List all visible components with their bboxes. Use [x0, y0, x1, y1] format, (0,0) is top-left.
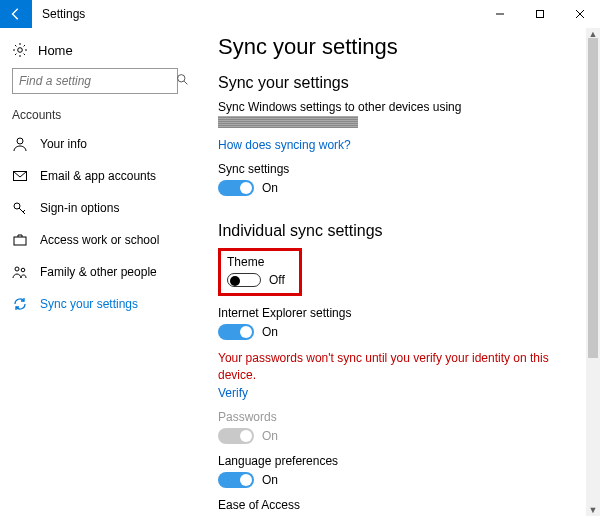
svg-point-2 — [18, 48, 23, 53]
close-button[interactable] — [560, 0, 600, 28]
key-icon — [12, 200, 28, 216]
scrollbar[interactable]: ▲ ▼ — [586, 28, 600, 516]
svg-rect-1 — [537, 11, 544, 18]
toggle-state: On — [262, 325, 278, 339]
password-warning: Your passwords won't sync until you veri… — [218, 350, 580, 384]
minimize-button[interactable] — [480, 0, 520, 28]
mail-icon — [12, 168, 28, 184]
window-title: Settings — [42, 7, 85, 21]
sidebar-item-signin[interactable]: Sign-in options — [0, 192, 190, 224]
main-content: Sync your settings Sync your settings Sy… — [190, 28, 600, 516]
sidebar-item-sync[interactable]: Sync your settings — [0, 288, 190, 320]
toggle-state: On — [262, 429, 278, 443]
setting-label: Sync settings — [218, 162, 580, 176]
setting-label: Internet Explorer settings — [218, 306, 580, 320]
setting-label: Language preferences — [218, 454, 580, 468]
svg-line-4 — [184, 81, 187, 84]
setting-ie: Internet Explorer settings On — [218, 306, 580, 340]
gear-icon — [12, 42, 28, 58]
svg-point-3 — [178, 75, 185, 82]
highlight-theme: Theme Off — [218, 248, 302, 296]
setting-label: Theme — [227, 255, 285, 269]
toggle-state: On — [262, 473, 278, 487]
toggle-state: Off — [269, 273, 285, 287]
people-icon — [12, 264, 28, 280]
help-link[interactable]: How does syncing work? — [218, 138, 580, 152]
home-nav[interactable]: Home — [0, 38, 190, 68]
svg-rect-8 — [14, 237, 26, 245]
home-label: Home — [38, 43, 73, 58]
sidebar-item-label: Your info — [40, 137, 87, 151]
sidebar-item-work[interactable]: Access work or school — [0, 224, 190, 256]
setting-sync: Sync settings On — [218, 162, 580, 196]
sidebar-item-family[interactable]: Family & other people — [0, 256, 190, 288]
sidebar-item-label: Email & app accounts — [40, 169, 156, 183]
toggle-passwords — [218, 428, 254, 444]
setting-label: Passwords — [218, 410, 580, 424]
toggle-theme[interactable] — [227, 273, 261, 287]
person-icon — [12, 136, 28, 152]
sidebar-item-label: Access work or school — [40, 233, 159, 247]
sidebar: Home Accounts Your info Email & app acco… — [0, 28, 190, 516]
verify-link[interactable]: Verify — [218, 386, 580, 400]
account-redacted — [218, 116, 358, 128]
svg-point-9 — [15, 267, 19, 271]
section-heading: Individual sync settings — [218, 222, 580, 240]
page-title: Sync your settings — [218, 34, 580, 60]
search-box[interactable] — [12, 68, 178, 94]
sync-description: Sync Windows settings to other devices u… — [218, 100, 580, 114]
search-input[interactable] — [13, 74, 176, 88]
toggle-ie[interactable] — [218, 324, 254, 340]
toggle-language[interactable] — [218, 472, 254, 488]
toggle-state: On — [262, 181, 278, 195]
maximize-button[interactable] — [520, 0, 560, 28]
sidebar-item-your-info[interactable]: Your info — [0, 128, 190, 160]
svg-point-10 — [21, 268, 25, 272]
scroll-down-icon[interactable]: ▼ — [586, 504, 600, 516]
svg-point-5 — [17, 138, 23, 144]
sync-icon — [12, 296, 28, 312]
setting-passwords: Passwords On — [218, 410, 580, 444]
section-heading: Sync your settings — [218, 74, 580, 92]
sidebar-item-label: Family & other people — [40, 265, 157, 279]
setting-language: Language preferences On — [218, 454, 580, 488]
search-icon — [176, 73, 189, 89]
sidebar-item-email[interactable]: Email & app accounts — [0, 160, 190, 192]
setting-label: Ease of Access — [218, 498, 580, 512]
section-label: Accounts — [0, 108, 190, 128]
toggle-sync-settings[interactable] — [218, 180, 254, 196]
back-button[interactable] — [0, 0, 32, 28]
briefcase-icon — [12, 232, 28, 248]
sidebar-item-label: Sign-in options — [40, 201, 119, 215]
sidebar-item-label: Sync your settings — [40, 297, 138, 311]
titlebar: Settings — [0, 0, 600, 28]
scroll-thumb[interactable] — [588, 38, 598, 358]
setting-ease: Ease of Access On — [218, 498, 580, 516]
